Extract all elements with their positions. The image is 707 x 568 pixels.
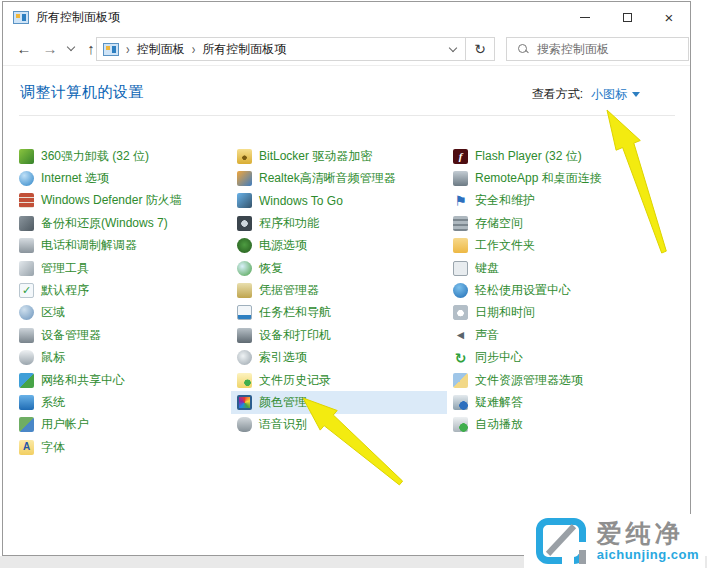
- admin-tools-icon: [19, 261, 34, 276]
- view-by-control: 查看方式: 小图标: [532, 86, 640, 103]
- cp-item[interactable]: fFlash Player (32 位): [447, 145, 692, 167]
- security-maintenance-icon: ⚑: [453, 193, 468, 208]
- cp-item-label: 用户帐户: [41, 416, 89, 433]
- taskbar-navigation-icon: [237, 305, 252, 320]
- cp-item-label: 自动播放: [475, 416, 523, 433]
- cp-item-label: 文件资源管理器选项: [475, 372, 583, 389]
- cp-item[interactable]: RemoteApp 和桌面连接: [447, 167, 692, 189]
- cp-item-label: 电话和调制解调器: [41, 237, 137, 254]
- cp-item[interactable]: 用户帐户: [13, 414, 231, 436]
- cp-item[interactable]: 语音识别: [231, 414, 447, 436]
- cp-item[interactable]: Realtek高清晰音频管理器: [231, 167, 447, 189]
- cp-item[interactable]: 文件历史记录: [231, 369, 447, 391]
- backup-restore-icon: [19, 216, 34, 231]
- cp-item[interactable]: Windows Defender 防火墙: [13, 190, 231, 212]
- cp-item[interactable]: A字体: [13, 436, 231, 458]
- window-title: 所有控制面板项: [36, 9, 564, 26]
- cp-item[interactable]: 疑难解答: [447, 391, 692, 413]
- phone-modem-icon: [19, 238, 34, 253]
- watermark-title: 爱纯净: [597, 520, 684, 546]
- cp-column: 360强力卸载 (32 位)Internet 选项Windows Defende…: [13, 145, 231, 458]
- power-options-icon: [237, 238, 252, 253]
- file-history-icon: [237, 373, 252, 388]
- items-grid: 360强力卸载 (32 位)Internet 选项Windows Defende…: [13, 145, 692, 458]
- realtek-audio-icon: [237, 171, 252, 186]
- search-placeholder: 搜索控制面板: [537, 41, 609, 58]
- cp-item[interactable]: ↻同步中心: [447, 347, 692, 369]
- autoplay-icon: [453, 417, 468, 432]
- breadcrumb-separator: ›: [126, 41, 130, 57]
- cp-item-label: Windows Defender 防火墙: [41, 192, 182, 209]
- breadcrumb-all-items[interactable]: 所有控制面板项: [202, 41, 286, 58]
- mouse-icon: [19, 350, 34, 365]
- back-button[interactable]: [11, 40, 37, 57]
- cp-item[interactable]: 颜色管理: [231, 391, 447, 413]
- address-dropdown-button[interactable]: [441, 38, 465, 60]
- cp-item[interactable]: 电源选项: [231, 235, 447, 257]
- cp-item-label: 恢复: [259, 260, 283, 277]
- cp-item-label: 键盘: [475, 260, 499, 277]
- cp-item[interactable]: 程序和功能: [231, 212, 447, 234]
- cp-item-label: 任务栏和导航: [259, 304, 331, 321]
- 360-uninstall-icon: [19, 149, 34, 164]
- remoteapp-icon: [453, 171, 468, 186]
- internet-options-icon: [19, 171, 34, 186]
- cp-item[interactable]: 工作文件夹: [447, 235, 692, 257]
- cp-item[interactable]: 区域: [13, 302, 231, 324]
- cp-item[interactable]: Windows To Go: [231, 190, 447, 212]
- cp-item[interactable]: 电话和调制解调器: [13, 235, 231, 257]
- cp-item[interactable]: 备份和还原(Windows 7): [13, 212, 231, 234]
- cp-item-label: 存储空间: [475, 215, 523, 232]
- system-icon: [19, 395, 34, 410]
- storage-spaces-icon: [453, 216, 468, 231]
- recent-pages-dropdown[interactable]: [63, 32, 79, 65]
- cp-item-label: 备份和还原(Windows 7): [41, 215, 168, 232]
- cp-item[interactable]: 设备和打印机: [231, 324, 447, 346]
- breadcrumb-control-panel[interactable]: 控制面板: [137, 41, 185, 58]
- sound-icon: ◄: [453, 328, 468, 343]
- cp-item[interactable]: Internet 选项: [13, 167, 231, 189]
- chevron-down-icon: [67, 43, 75, 51]
- cp-item[interactable]: 任务栏和导航: [231, 302, 447, 324]
- cp-item[interactable]: 鼠标: [13, 347, 231, 369]
- view-by-value[interactable]: 小图标: [591, 86, 627, 103]
- control-panel-window: 所有控制面板项 × › 控制面板 › 所有控制面板项: [2, 1, 691, 556]
- cp-item[interactable]: ✓默认程序: [13, 279, 231, 301]
- cp-item[interactable]: ⚑安全和维护: [447, 190, 692, 212]
- minimize-button[interactable]: [564, 2, 606, 32]
- cp-item[interactable]: ◄声音: [447, 324, 692, 346]
- refresh-button[interactable]: [465, 38, 494, 60]
- cp-item[interactable]: 存储空间: [447, 212, 692, 234]
- cp-item[interactable]: 恢复: [231, 257, 447, 279]
- cp-item[interactable]: 日期和时间: [447, 302, 692, 324]
- cp-item[interactable]: 管理工具: [13, 257, 231, 279]
- keyboard-icon: [453, 261, 468, 276]
- cp-item[interactable]: 网络和共享中心: [13, 369, 231, 391]
- watermark-text: 爱纯净 aichunjing.com: [597, 520, 699, 561]
- window-controls: ×: [564, 2, 690, 32]
- search-icon: [517, 43, 529, 55]
- close-button[interactable]: ×: [648, 2, 690, 32]
- cp-item[interactable]: 凭据管理器: [231, 279, 447, 301]
- close-icon: ×: [665, 10, 674, 25]
- cp-item[interactable]: 文件资源管理器选项: [447, 369, 692, 391]
- cp-item[interactable]: 轻松使用设置中心: [447, 279, 692, 301]
- cp-item[interactable]: 系统: [13, 391, 231, 413]
- speech-recognition-icon: [237, 417, 252, 432]
- cp-item[interactable]: 索引选项: [231, 347, 447, 369]
- cp-item[interactable]: 360强力卸载 (32 位): [13, 145, 231, 167]
- search-box[interactable]: 搜索控制面板: [506, 37, 689, 61]
- cp-item-label: 轻松使用设置中心: [475, 282, 571, 299]
- maximize-button[interactable]: [606, 2, 648, 32]
- cp-item-label: 凭据管理器: [259, 282, 319, 299]
- forward-button[interactable]: [37, 40, 63, 57]
- devices-printers-icon: [237, 328, 252, 343]
- cp-item[interactable]: BitLocker 驱动器加密: [231, 145, 447, 167]
- chevron-down-icon[interactable]: [632, 92, 640, 97]
- address-bar[interactable]: › 控制面板 › 所有控制面板项: [97, 38, 465, 60]
- cp-item[interactable]: 设备管理器: [13, 324, 231, 346]
- cp-item[interactable]: 自动播放: [447, 414, 692, 436]
- cp-item[interactable]: 键盘: [447, 257, 692, 279]
- cp-item-label: 设备和打印机: [259, 327, 331, 344]
- logo-cut: [562, 556, 574, 565]
